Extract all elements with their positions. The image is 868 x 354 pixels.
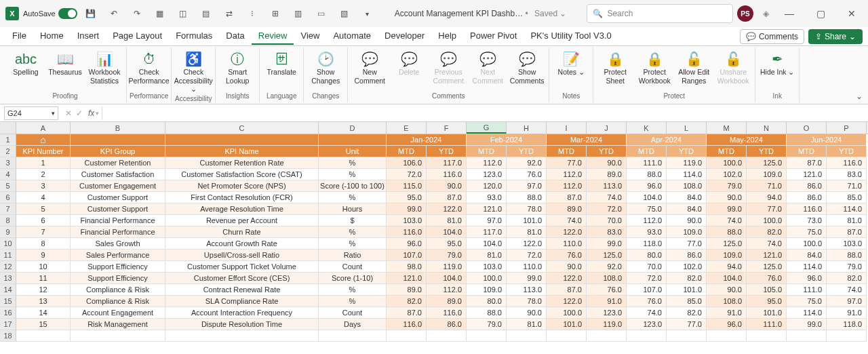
- data-cell[interactable]: 80.0: [627, 250, 667, 261]
- data-cell[interactable]: 81.0: [427, 215, 467, 227]
- row-header-1[interactable]: 1: [0, 134, 16, 146]
- data-cell[interactable]: 99.0: [507, 273, 547, 284]
- empty-cell[interactable]: [319, 330, 387, 342]
- month-header[interactable]: Jun-2024: [787, 134, 867, 146]
- kpi-name[interactable]: Contract Renewal Rate: [165, 284, 319, 296]
- data-cell[interactable]: 116.0: [427, 169, 467, 180]
- data-cell[interactable]: 101.0: [747, 307, 787, 319]
- data-cell[interactable]: 80.0: [467, 296, 507, 307]
- avatar[interactable]: PS: [737, 5, 753, 22]
- data-cell[interactable]: 71.0: [747, 180, 787, 192]
- fx-icon[interactable]: fx: [88, 109, 94, 118]
- data-cell[interactable]: 125.0: [747, 261, 787, 273]
- tab-view[interactable]: View: [294, 28, 326, 45]
- data-cell[interactable]: 104.0: [627, 192, 667, 203]
- close-button[interactable]: ✕: [841, 3, 863, 24]
- data-cell[interactable]: 104.0: [427, 273, 467, 284]
- kpi-group[interactable]: Financial Performance: [71, 227, 165, 238]
- kpi-number[interactable]: 11: [16, 273, 71, 284]
- data-cell[interactable]: 107.0: [387, 250, 427, 261]
- col-header-B[interactable]: B: [71, 122, 165, 134]
- data-cell[interactable]: 92.0: [587, 261, 627, 273]
- kpi-group[interactable]: Risk Management: [71, 319, 165, 330]
- data-cell[interactable]: 84.0: [667, 192, 707, 203]
- data-cell[interactable]: 110.0: [507, 261, 547, 273]
- data-cell[interactable]: 118.0: [627, 238, 667, 250]
- kpi-number[interactable]: 8: [16, 238, 71, 250]
- data-cell[interactable]: 88.0: [507, 192, 547, 203]
- data-cell[interactable]: 74.0: [547, 215, 587, 227]
- data-cell[interactable]: 85.0: [667, 296, 707, 307]
- col-header-F[interactable]: F: [427, 122, 467, 134]
- restore-button[interactable]: ▢: [810, 3, 831, 24]
- data-cell[interactable]: 123.0: [467, 169, 507, 180]
- kpi-unit[interactable]: Score (-100 to 100): [319, 180, 387, 192]
- col-header-I[interactable]: I: [547, 122, 587, 134]
- data-cell[interactable]: 76.0: [547, 250, 587, 261]
- data-cell[interactable]: 100.0: [707, 157, 747, 169]
- undo-icon[interactable]: ↶: [104, 5, 123, 22]
- kpi-group[interactable]: Customer Support: [71, 203, 165, 215]
- col-header-G[interactable]: G: [467, 122, 507, 134]
- data-cell[interactable]: 111.0: [627, 157, 667, 169]
- kpi-name[interactable]: Account Growth Rate: [165, 238, 319, 250]
- column-header[interactable]: KPI Number: [16, 146, 71, 157]
- kpi-name[interactable]: Net Promoter Score (NPS): [165, 180, 319, 192]
- data-cell[interactable]: 110.0: [547, 238, 587, 250]
- share-button[interactable]: ⇪ Share ⌄: [808, 29, 863, 44]
- row-header-11[interactable]: 11: [0, 250, 16, 261]
- empty-cell[interactable]: [547, 330, 587, 342]
- data-cell[interactable]: 74.0: [827, 284, 867, 296]
- data-cell[interactable]: 91.0: [707, 307, 747, 319]
- data-cell[interactable]: 79.0: [827, 261, 867, 273]
- data-cell[interactable]: 119.0: [427, 261, 467, 273]
- kpi-unit[interactable]: %: [319, 296, 387, 307]
- data-cell[interactable]: 88.0: [707, 227, 747, 238]
- data-cell[interactable]: 116.0: [387, 227, 427, 238]
- empty-cell[interactable]: [387, 330, 427, 342]
- data-cell[interactable]: 74.0: [627, 307, 667, 319]
- col-header-N[interactable]: N: [747, 122, 787, 134]
- thesaurus-button[interactable]: 📖Thesaurus: [46, 49, 84, 92]
- data-cell[interactable]: 121.0: [787, 169, 827, 180]
- data-cell[interactable]: 72.0: [627, 273, 667, 284]
- cancel-formula-icon[interactable]: ✕: [65, 109, 72, 118]
- data-cell[interactable]: 111.0: [747, 319, 787, 330]
- data-cell[interactable]: 116.0: [827, 157, 867, 169]
- kpi-number[interactable]: 15: [16, 319, 71, 330]
- data-cell[interactable]: 77.0: [547, 157, 587, 169]
- empty-cell[interactable]: [667, 330, 707, 342]
- data-cell[interactable]: 96.0: [627, 180, 667, 192]
- data-cell[interactable]: 81.0: [507, 227, 547, 238]
- kpi-number[interactable]: 9: [16, 250, 71, 261]
- data-cell[interactable]: 72.0: [507, 250, 547, 261]
- empty-cell[interactable]: [587, 330, 627, 342]
- data-cell[interactable]: 108.0: [707, 296, 747, 307]
- check-accessibility-button[interactable]: ♿Check Accessibility ⌄: [174, 49, 212, 95]
- qat-icon-3[interactable]: ▤: [197, 5, 216, 22]
- select-all-corner[interactable]: [0, 122, 16, 134]
- col-header-O[interactable]: O: [787, 122, 827, 134]
- row-header-18[interactable]: 18: [0, 330, 16, 342]
- hide-ink-button[interactable]: ✒Hide Ink ⌄: [758, 49, 796, 92]
- row-header-16[interactable]: 16: [0, 307, 16, 319]
- data-cell[interactable]: 104.0: [427, 227, 467, 238]
- qat-icon-8[interactable]: ▭: [312, 5, 331, 22]
- data-cell[interactable]: 114.0: [667, 169, 707, 180]
- data-cell[interactable]: 87.0: [427, 192, 467, 203]
- data-cell[interactable]: 82.0: [667, 273, 707, 284]
- data-cell[interactable]: 90.0: [507, 307, 547, 319]
- data-cell[interactable]: 122.0: [547, 296, 587, 307]
- data-cell[interactable]: 72.0: [587, 203, 627, 215]
- home-icon-cell[interactable]: ⌂: [16, 134, 71, 146]
- tab-help[interactable]: Help: [431, 28, 463, 45]
- data-cell[interactable]: 86.0: [787, 192, 827, 203]
- ytd-header[interactable]: YTD: [427, 146, 467, 157]
- kpi-group[interactable]: Financial Performance: [71, 215, 165, 227]
- tab-formulas[interactable]: Formulas: [169, 28, 219, 45]
- data-cell[interactable]: 82.0: [827, 273, 867, 284]
- kpi-unit[interactable]: %: [319, 169, 387, 180]
- mtd-header[interactable]: MTD: [467, 146, 507, 157]
- data-cell[interactable]: 96.0: [387, 238, 427, 250]
- month-header[interactable]: Apr-2024: [627, 134, 707, 146]
